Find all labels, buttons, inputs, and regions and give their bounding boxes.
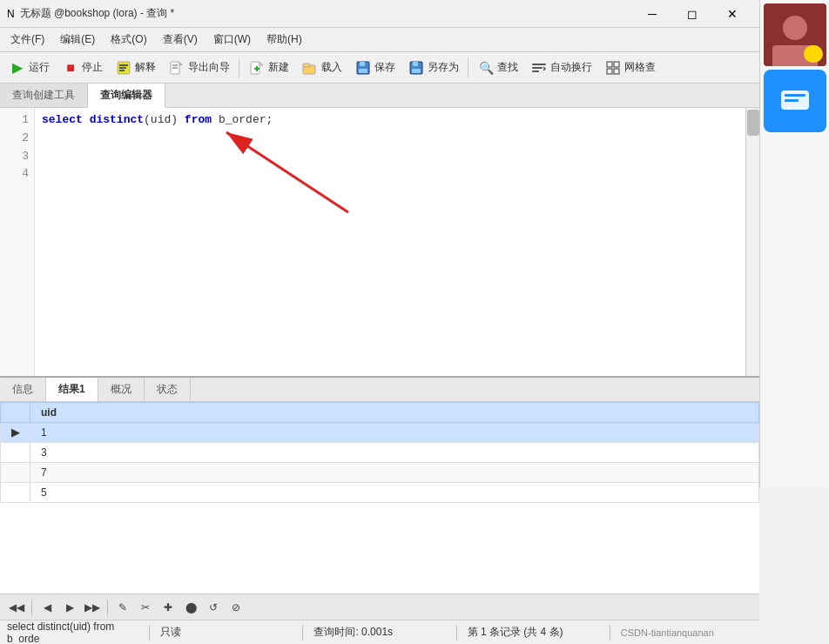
svg-text:★: ★ bbox=[808, 50, 817, 59]
chat-icon-box[interactable] bbox=[764, 70, 826, 132]
code-line-2 bbox=[42, 129, 738, 146]
tab-info[interactable]: 信息 bbox=[0, 378, 46, 401]
keyword-select: select bbox=[42, 111, 83, 130]
tab-status[interactable]: 状态 bbox=[145, 378, 191, 401]
run-icon: ▶ bbox=[9, 59, 26, 77]
code-line-4 bbox=[42, 164, 738, 181]
export-wizard-button[interactable]: 导出向导 bbox=[163, 55, 235, 81]
row-indicator bbox=[1, 483, 30, 503]
status-querytime: 查询时间: 0.001s bbox=[313, 625, 445, 640]
restore-button[interactable]: ◻ bbox=[672, 2, 712, 26]
menu-edit[interactable]: 编辑(E) bbox=[53, 30, 102, 50]
status-querytime-text: 查询时间: 0.001s bbox=[313, 625, 393, 640]
svg-rect-28 bbox=[412, 69, 421, 73]
new-button[interactable]: 新建 bbox=[243, 55, 294, 81]
svg-rect-33 bbox=[614, 62, 619, 67]
svg-rect-24 bbox=[360, 62, 365, 66]
nav-next-button[interactable]: ▶ bbox=[60, 598, 79, 617]
svg-rect-31 bbox=[532, 70, 539, 72]
table-body: ▶1375 bbox=[1, 423, 759, 503]
window-title: 无标题 @bookshop (lora) - 查询 * bbox=[20, 6, 632, 21]
svg-marker-18 bbox=[259, 62, 263, 65]
menu-file[interactable]: 文件(F) bbox=[3, 30, 51, 50]
scrollbar-thumb[interactable] bbox=[747, 110, 759, 136]
status-watermark-text: CSDN-tiantianquanan bbox=[621, 627, 714, 638]
menu-view[interactable]: 查看(V) bbox=[156, 30, 205, 50]
nav-last-button[interactable]: ▶▶ bbox=[83, 598, 102, 617]
menu-help[interactable]: 帮助(H) bbox=[259, 30, 309, 50]
status-divider-1 bbox=[149, 625, 150, 641]
flag-button[interactable]: ⬤ bbox=[181, 598, 200, 617]
stop-icon: ■ bbox=[62, 59, 79, 77]
save-icon bbox=[354, 59, 372, 77]
export-icon bbox=[168, 59, 185, 77]
delete-row-button[interactable]: ✂ bbox=[136, 598, 155, 617]
svg-rect-6 bbox=[785, 94, 805, 97]
row-indicator: ▶ bbox=[1, 423, 30, 443]
save-button[interactable]: 保存 bbox=[349, 55, 401, 81]
tab-result1[interactable]: 结果1 bbox=[46, 378, 98, 401]
nav-first-button[interactable]: ◀◀ bbox=[7, 598, 26, 617]
autowrap-button[interactable]: 自动换行 bbox=[525, 55, 597, 81]
explain-button[interactable]: 解释 bbox=[110, 55, 161, 81]
row-indicator bbox=[1, 463, 30, 483]
keyword-distinct: distinct bbox=[90, 111, 144, 130]
svg-rect-27 bbox=[413, 62, 418, 66]
svg-rect-10 bbox=[119, 64, 128, 66]
load-button[interactable]: 载入 bbox=[296, 55, 347, 81]
load-icon bbox=[301, 59, 319, 77]
menu-format[interactable]: 格式(O) bbox=[104, 30, 153, 50]
app-icon: N bbox=[7, 8, 15, 20]
tab-query-builder[interactable]: 查询创建工具 bbox=[0, 84, 88, 107]
nav-separator-2 bbox=[107, 600, 108, 615]
menu-window[interactable]: 窗口(W) bbox=[206, 30, 258, 50]
code-editor[interactable]: select distinct (uid) from b_order; bbox=[35, 108, 745, 376]
minimize-button[interactable]: ─ bbox=[632, 2, 672, 26]
svg-rect-32 bbox=[607, 62, 612, 67]
svg-rect-29 bbox=[532, 64, 546, 65]
find-button[interactable]: 🔍 查找 bbox=[472, 55, 523, 81]
stop-button[interactable]: ■ 停止 bbox=[57, 55, 108, 81]
tab-query-editor[interactable]: 查询编辑器 bbox=[88, 84, 165, 108]
grid-button[interactable]: 网格查 bbox=[599, 55, 661, 81]
status-divider-4 bbox=[610, 625, 610, 641]
line-numbers: 1 2 3 4 bbox=[0, 108, 35, 376]
save-as-button[interactable]: 另存为 bbox=[402, 55, 464, 81]
table-row[interactable]: 7 bbox=[1, 463, 759, 483]
status-readonly-text: 只读 bbox=[160, 625, 181, 640]
svg-rect-22 bbox=[303, 64, 310, 67]
edit-row-button[interactable]: ✎ bbox=[113, 598, 132, 617]
status-divider-3 bbox=[456, 625, 457, 641]
result-tabs: 信息 结果1 概况 状态 bbox=[0, 378, 759, 402]
svg-rect-30 bbox=[532, 67, 543, 69]
find-icon: 🔍 bbox=[477, 59, 495, 77]
status-divider-2 bbox=[302, 625, 303, 641]
nav-prev-button[interactable]: ◀ bbox=[37, 598, 57, 617]
cell-uid: 3 bbox=[30, 443, 759, 463]
run-button[interactable]: ▶ 运行 bbox=[3, 55, 55, 81]
cell-uid: 5 bbox=[30, 483, 759, 503]
nav-separator bbox=[31, 600, 32, 615]
close-button[interactable]: ✕ bbox=[712, 2, 752, 26]
data-table-area: uid ▶1375 bbox=[0, 402, 759, 594]
clear-button[interactable]: ⊘ bbox=[226, 598, 246, 617]
add-row-button[interactable]: ✚ bbox=[158, 598, 178, 617]
table-row[interactable]: ▶1 bbox=[1, 423, 759, 443]
code-line-3 bbox=[42, 146, 738, 164]
refresh-button[interactable]: ↺ bbox=[204, 598, 223, 617]
new-icon bbox=[248, 59, 266, 77]
avatar: ★ bbox=[764, 3, 826, 66]
menu-bar: 文件(F) 编辑(E) 格式(O) 查看(V) 窗口(W) 帮助(H) bbox=[0, 28, 759, 52]
status-records: 第 1 条记录 (共 4 条) bbox=[468, 625, 599, 640]
svg-rect-25 bbox=[359, 69, 367, 73]
status-records-text: 第 1 条记录 (共 4 条) bbox=[468, 625, 563, 640]
tab-overview[interactable]: 概况 bbox=[98, 378, 145, 401]
code-line-1: select distinct (uid) from b_order; bbox=[42, 111, 738, 129]
cell-uid: 7 bbox=[30, 463, 759, 483]
toolbar-separator-2 bbox=[468, 57, 468, 78]
table-row[interactable]: 5 bbox=[1, 483, 759, 503]
svg-rect-34 bbox=[607, 69, 612, 74]
table-row[interactable]: 3 bbox=[1, 443, 759, 463]
row-indicator bbox=[1, 443, 30, 463]
editor-scrollbar[interactable] bbox=[745, 108, 759, 376]
